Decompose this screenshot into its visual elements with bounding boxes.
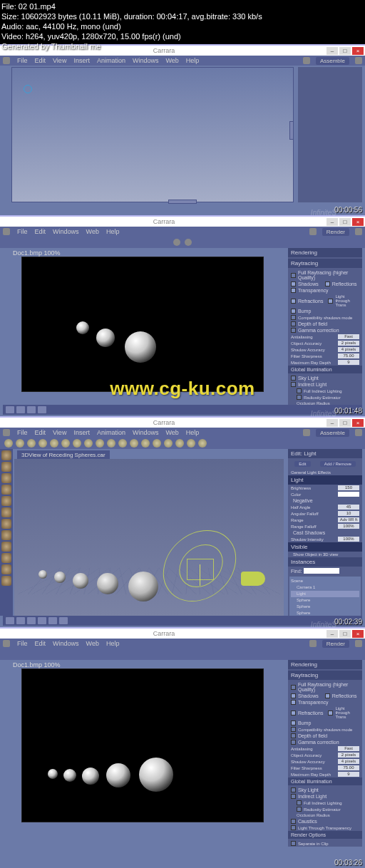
prim-icon[interactable]	[198, 439, 207, 448]
check-shadows[interactable]	[291, 281, 296, 286]
prim-icon[interactable]	[73, 439, 81, 448]
tool-icon[interactable]	[1, 450, 11, 460]
prim-icon[interactable]	[164, 439, 173, 448]
menu-insert[interactable]: Insert	[73, 429, 90, 436]
prim-icon[interactable]	[38, 439, 47, 448]
filter-value[interactable]: 75.00	[338, 765, 359, 770]
sphere-object[interactable]	[73, 573, 88, 589]
check-sky[interactable]	[291, 787, 296, 792]
check-refl[interactable]	[325, 281, 330, 286]
menu-view[interactable]: View	[53, 429, 66, 436]
check-gamma[interactable]	[291, 740, 296, 745]
assemble-tab[interactable]: Assemble	[316, 429, 349, 437]
aa-value[interactable]: Fast	[338, 334, 359, 339]
min-button[interactable]: –	[327, 218, 338, 226]
play-icon[interactable]	[6, 406, 14, 413]
halfangle-val[interactable]: 45	[338, 505, 359, 510]
check-refr[interactable]	[291, 299, 296, 304]
check-shadows[interactable]	[291, 693, 296, 698]
sphere-object[interactable]	[97, 573, 118, 594]
tree-cam[interactable]: Camera 1	[291, 584, 359, 591]
right-handle[interactable]	[289, 121, 294, 140]
bottom-handle[interactable]	[168, 200, 197, 204]
prim-icon[interactable]	[187, 439, 195, 448]
menu-windows[interactable]: Windows	[133, 57, 159, 64]
max-button[interactable]: □	[339, 218, 351, 226]
prim-icon[interactable]	[4, 439, 13, 448]
close-button[interactable]: ×	[352, 419, 364, 427]
check-sep[interactable]	[291, 841, 296, 846]
zoom-icon[interactable]	[185, 239, 192, 246]
viewport-3d[interactable]	[14, 459, 284, 616]
prim-icon[interactable]	[107, 439, 115, 448]
tree-light[interactable]: Light	[291, 591, 359, 597]
prim-icon[interactable]	[141, 439, 150, 448]
objacc-value[interactable]: 2 pixels	[338, 341, 359, 346]
menu-edit[interactable]: Edit	[35, 429, 46, 436]
menu-file[interactable]: File	[17, 640, 28, 647]
scene-tree[interactable]: Scene Camera 1 Light Sphere Sphere Spher…	[289, 577, 361, 616]
play-icon[interactable]	[27, 617, 36, 624]
menu-file[interactable]: File	[17, 429, 28, 436]
menu-windows[interactable]: Windows	[53, 228, 79, 235]
timeline-bar[interactable]	[3, 405, 362, 415]
hand-icon[interactable]	[303, 57, 310, 64]
menu-edit[interactable]: Edit	[35, 228, 46, 235]
spotlight-object[interactable]	[241, 572, 265, 586]
next-icon[interactable]	[38, 406, 46, 413]
axis-gizmo[interactable]	[200, 564, 200, 586]
aa-value[interactable]: Fast	[338, 746, 359, 751]
check-indir[interactable]	[291, 794, 296, 799]
prev-icon[interactable]	[27, 406, 36, 413]
tool-icon[interactable]	[1, 576, 11, 586]
range-val[interactable]: Adv IIR ft	[338, 517, 359, 522]
color-swatch[interactable]	[338, 492, 359, 497]
rendering-header[interactable]: Rendering	[288, 248, 362, 257]
menu-web[interactable]: Web	[165, 57, 178, 64]
check-lt[interactable]	[328, 711, 333, 715]
menu-help[interactable]: Help	[186, 429, 200, 436]
tool-icon[interactable]	[1, 542, 11, 552]
viewport-empty[interactable]	[11, 67, 294, 202]
check-caustics[interactable]	[291, 819, 296, 824]
check-compat[interactable]	[291, 315, 296, 320]
tool-icon[interactable]	[1, 519, 11, 529]
check-transp[interactable]	[291, 288, 296, 293]
angular-val[interactable]: 10	[338, 511, 359, 516]
prop-tabs[interactable]: General Light Effects	[288, 470, 362, 475]
hand-icon[interactable]	[309, 640, 317, 647]
max-button[interactable]: □	[339, 47, 351, 55]
tree-sphere[interactable]: Sphere	[291, 604, 359, 610]
menu-web[interactable]: Web	[86, 640, 99, 647]
room-icon[interactable]	[355, 228, 362, 235]
objacc-value[interactable]: 2 pixels	[338, 753, 359, 758]
min-button[interactable]: –	[327, 47, 338, 55]
prim-icon[interactable]	[153, 439, 161, 448]
maxray-value[interactable]: 9	[338, 360, 359, 365]
menu-help[interactable]: Help	[186, 57, 200, 64]
light-frame-gizmo[interactable]	[187, 559, 214, 580]
brightness-val[interactable]: 150	[338, 485, 359, 490]
close-button[interactable]: ×	[352, 218, 364, 226]
menu-animation[interactable]: Animation	[97, 57, 125, 64]
check-bump[interactable]	[291, 309, 296, 314]
first-icon[interactable]	[6, 617, 14, 624]
tool-icon[interactable]	[1, 553, 11, 563]
hand-icon[interactable]	[303, 429, 310, 436]
tree-sphere[interactable]: Sphere	[291, 610, 359, 616]
filter-value[interactable]: 75.00	[338, 353, 359, 358]
check-radest[interactable]	[297, 807, 302, 812]
assemble-tab[interactable]: Assemble	[316, 57, 349, 65]
rangefo-val[interactable]: 100%	[338, 524, 359, 529]
tool-icon[interactable]	[1, 462, 11, 472]
prim-icon[interactable]	[130, 439, 138, 448]
check-compat[interactable]	[291, 727, 296, 732]
menu-help[interactable]: Help	[106, 228, 120, 235]
abort-icon[interactable]	[173, 239, 180, 246]
prim-icon[interactable]	[61, 439, 70, 448]
prim-icon[interactable]	[50, 439, 58, 448]
tree-scene[interactable]: Scene	[291, 578, 359, 584]
check-transp[interactable]	[291, 700, 296, 705]
menu-view[interactable]: View	[53, 57, 66, 64]
hand-icon[interactable]	[309, 228, 317, 235]
